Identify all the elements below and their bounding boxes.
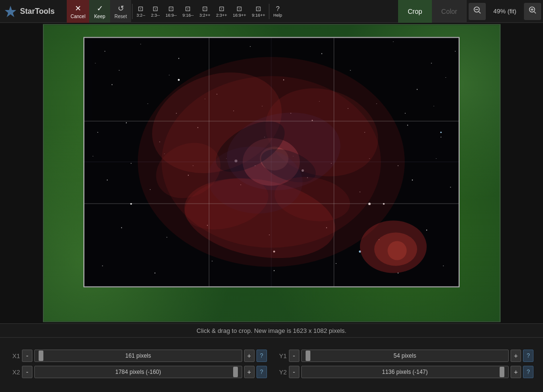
y1-help-button[interactable]: ?	[523, 350, 533, 362]
y2-group: Y2 - 1136 pixels (-147) + ?	[277, 366, 534, 378]
svg-point-42	[166, 237, 167, 237]
ratio-9-16-minus-icon: ⊡	[185, 5, 191, 12]
y2-label: Y2	[277, 369, 287, 376]
svg-point-55	[95, 63, 95, 63]
svg-line-5	[534, 12, 536, 14]
x2-help-button[interactable]: ?	[256, 366, 267, 378]
ratio-3-2-plus-button[interactable]: ⊡ 3:2++	[196, 0, 213, 23]
ratio-16-9-plus-button[interactable]: ⊡ 16:9++	[230, 0, 249, 23]
svg-point-49	[154, 273, 155, 274]
status-bar: Click & drag to crop. New image is 1623 …	[0, 323, 543, 338]
coords-row-2: X2 - 1784 pixels (-160) + ? Y2 - 11	[10, 366, 533, 378]
svg-point-18	[169, 75, 169, 75]
x1-help-button[interactable]: ?	[256, 350, 267, 362]
svg-point-41	[121, 227, 122, 228]
svg-point-82	[130, 203, 132, 205]
nebula-image	[83, 37, 460, 288]
svg-point-56	[119, 70, 119, 71]
y2-slider-thumb[interactable]	[500, 367, 504, 377]
logo-area: StarTools	[0, 5, 67, 18]
svg-point-25	[126, 123, 127, 124]
cancel-button[interactable]: ✕ Cancel	[67, 0, 89, 23]
y2-help-button[interactable]: ?	[523, 366, 533, 378]
ratio-16-9-plus-icon: ⊡	[236, 5, 242, 12]
x1-plus-button[interactable]: +	[244, 350, 255, 362]
ratio-9-16-plus-button[interactable]: ⊡ 9:16++	[249, 0, 268, 23]
svg-point-68	[92, 156, 93, 156]
svg-point-79	[178, 79, 180, 81]
x2-slider-thumb[interactable]	[233, 367, 238, 377]
svg-point-33	[107, 180, 108, 181]
bottom-controls: X1 - 161 pixels + ? Y1 - 54 pixels	[0, 338, 543, 390]
svg-point-13	[321, 53, 322, 54]
outer-image	[43, 24, 501, 322]
color-mode-button[interactable]: Color	[432, 0, 467, 23]
svg-point-10	[140, 44, 141, 44]
y2-slider[interactable]: 1136 pixels (-147)	[301, 366, 509, 378]
svg-point-57	[147, 103, 148, 104]
cancel-icon: ✕	[75, 4, 81, 13]
svg-point-12	[250, 46, 250, 47]
canvas-area[interactable]	[0, 23, 543, 323]
svg-point-67	[433, 106, 434, 106]
svg-line-2	[479, 12, 481, 14]
svg-point-83	[440, 132, 441, 133]
svg-point-16	[455, 51, 455, 52]
help-button[interactable]: ? Help	[270, 0, 285, 23]
svg-marker-0	[5, 6, 16, 17]
ratio-3-2-plus-icon: ⊡	[202, 5, 208, 12]
x2-minus-button[interactable]: -	[22, 366, 32, 378]
app-name: StarTools	[20, 7, 55, 16]
svg-point-31	[407, 125, 408, 126]
x2-slider[interactable]: 1784 pixels (-160)	[34, 366, 242, 378]
svg-point-69	[131, 163, 132, 164]
crop-mode-button[interactable]: Crop	[398, 0, 431, 23]
svg-point-21	[350, 70, 350, 71]
x2-group: X2 - 1784 pixels (-160) + ?	[10, 366, 267, 378]
svg-point-40	[450, 187, 451, 188]
logo-icon	[4, 5, 17, 18]
y1-value: 54 pixels	[394, 352, 416, 359]
svg-point-99	[388, 241, 407, 260]
coords-row-1: X1 - 161 pixels + ? Y1 - 54 pixels	[10, 350, 533, 362]
separator-1	[132, 4, 133, 19]
mode-section: Crop Color	[398, 0, 467, 23]
keep-button[interactable]: ✓ Keep	[89, 0, 110, 23]
svg-point-51	[274, 270, 275, 271]
x1-label: X1	[10, 352, 20, 360]
reset-button[interactable]: ↺ Reset	[110, 0, 131, 23]
svg-point-11	[178, 58, 179, 59]
x1-minus-button[interactable]: -	[22, 350, 32, 362]
y1-slider[interactable]: 54 pixels	[301, 350, 509, 362]
y1-slider-thumb[interactable]	[306, 351, 310, 361]
x2-plus-button[interactable]: +	[244, 366, 255, 378]
svg-point-54	[443, 266, 443, 266]
ratio-3-2-minus-button[interactable]: ⊡ 3:2--	[133, 0, 148, 23]
y2-plus-button[interactable]: +	[511, 366, 521, 378]
y2-value: 1136 pixels (-147)	[382, 369, 428, 375]
svg-point-24	[97, 132, 98, 133]
svg-point-39	[411, 179, 412, 180]
svg-point-23	[445, 77, 446, 78]
y2-minus-button[interactable]: -	[289, 366, 299, 378]
svg-point-32	[441, 137, 441, 138]
y1-minus-button[interactable]: -	[289, 350, 299, 362]
ratio-16-9-minus-button[interactable]: ⊡ 16:9--	[163, 0, 180, 23]
zoom-out-button[interactable]	[469, 3, 486, 20]
svg-point-17	[112, 84, 113, 85]
x1-slider[interactable]: 161 pixels	[34, 350, 242, 362]
image-container	[43, 24, 501, 322]
zoom-in-button[interactable]	[524, 3, 541, 20]
ratio-2-3-plus-button[interactable]: ⊡ 2:3++	[213, 0, 230, 23]
zoom-out-icon	[473, 6, 482, 17]
svg-point-22	[417, 89, 418, 90]
separator-2	[269, 4, 269, 19]
ratio-2-3-plus-icon: ⊡	[219, 5, 225, 12]
x1-slider-thumb[interactable]	[39, 351, 43, 361]
ratio-9-16-minus-button[interactable]: ⊡ 9:16--	[180, 0, 197, 23]
ratio-2-3-minus-button[interactable]: ⊡ 2:3--	[148, 0, 163, 23]
toolbar: StarTools ✕ Cancel ✓ Keep ↺ Reset ⊡ 3:2-…	[0, 0, 543, 23]
zoom-in-icon	[528, 6, 537, 17]
y1-plus-button[interactable]: +	[511, 350, 521, 362]
keep-icon: ✓	[97, 4, 103, 13]
